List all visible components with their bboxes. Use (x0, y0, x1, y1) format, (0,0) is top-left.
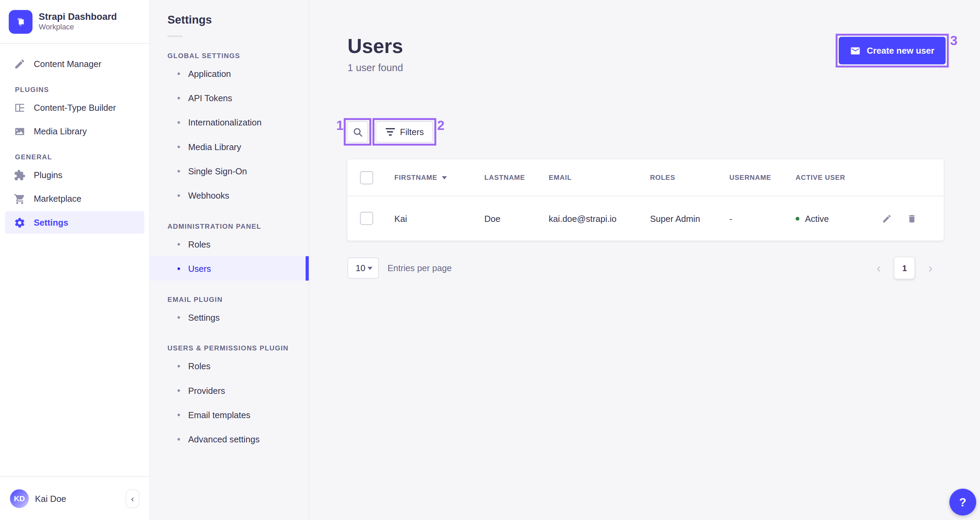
subnav-title: Settings (167, 14, 309, 27)
workspace-titles: Strapi Dashboard Workplace (39, 11, 117, 32)
subnav-item-media-library[interactable]: Media Library (150, 134, 309, 159)
bullet-icon (177, 72, 180, 75)
row-actions (877, 213, 931, 223)
chevron-left-icon: ‹ (131, 493, 134, 503)
sidebar-footer: KD Kai Doe ‹ (0, 476, 150, 520)
filter-icon (385, 127, 395, 137)
bullet-icon (177, 365, 180, 367)
column-header-active-user[interactable]: ACTIVE USER (796, 174, 877, 181)
subnav-item-api-tokens[interactable]: API Tokens (150, 86, 309, 110)
subnav-item-providers[interactable]: Providers (150, 378, 309, 402)
chevron-right-icon: › (928, 261, 932, 275)
create-new-user-label: Create new user (867, 46, 934, 56)
column-header-email[interactable]: EMAIL (549, 174, 650, 181)
column-header-lastname[interactable]: LASTNAME (485, 174, 549, 181)
nav-item-content-type-builder[interactable]: Content-Type Builder (5, 96, 145, 119)
subnav-item-webhooks[interactable]: Webhooks (150, 183, 309, 208)
strapi-dashboard: Strapi Dashboard Workplace Content Manag… (0, 0, 980, 520)
search-button[interactable] (347, 121, 368, 143)
subnav-item-email-settings[interactable]: Settings (150, 305, 309, 329)
filters-button[interactable]: Filters (376, 121, 433, 143)
subnav-item-label: API Tokens (188, 93, 232, 103)
bullet-icon (177, 194, 180, 197)
bullet-icon (177, 437, 180, 440)
nav-item-media-library[interactable]: Media Library (5, 120, 145, 143)
nav-item-label: Marketplace (34, 194, 81, 204)
bullet-icon (177, 121, 180, 123)
annotation-label-1: 1 (336, 119, 343, 132)
subnav-item-label: Roles (188, 361, 210, 371)
annotation-label-2: 2 (437, 119, 444, 132)
subnav-item-label: Advanced settings (188, 434, 259, 444)
cell-username: - (729, 213, 796, 223)
active-status-dot-icon (796, 216, 799, 220)
nav-item-label: Media Library (34, 126, 87, 136)
sort-desc-icon[interactable] (442, 176, 447, 179)
column-header-username[interactable]: USERNAME (729, 174, 796, 181)
create-new-user-button[interactable]: Create new user (839, 37, 946, 64)
pagination-bar: 10 Entries per page ‹ 1 › (347, 258, 944, 278)
subnav-item-up-roles[interactable]: Roles (150, 354, 309, 378)
user-avatar[interactable]: KD (10, 489, 29, 508)
cell-roles: Super Admin (650, 213, 729, 223)
nav-section-plugins: PLUGINS (15, 86, 150, 93)
strapi-logo-icon (9, 10, 32, 33)
puzzle-icon (14, 169, 25, 181)
workspace-header[interactable]: Strapi Dashboard Workplace (0, 0, 150, 44)
chevron-left-icon: ‹ (877, 261, 881, 275)
subnav-section-users-permissions-plugin: USERS & PERMISSIONS PLUGIN (167, 344, 291, 352)
annotation-label-3: 3 (950, 35, 958, 47)
subnav-item-roles[interactable]: Roles (150, 232, 309, 256)
gear-icon (14, 216, 25, 228)
next-page-button[interactable]: › (924, 261, 936, 275)
previous-page-button[interactable]: ‹ (873, 261, 885, 275)
filters-label: Filters (400, 127, 424, 137)
user-name: Kai Doe (35, 493, 66, 503)
select-all-checkbox[interactable] (360, 171, 373, 184)
help-button[interactable]: ? (949, 488, 976, 515)
subnav-item-label: Email templates (188, 410, 250, 420)
subnav-item-label: Application (188, 68, 231, 78)
page-1-button[interactable]: 1 (894, 258, 914, 278)
search-icon (352, 127, 363, 137)
table-row[interactable]: Kai Doe kai.doe@strapi.io Super Admin - … (347, 196, 944, 241)
settings-subnav: Settings GLOBAL SETTINGS Application API… (150, 0, 309, 520)
trash-icon (907, 213, 917, 223)
cell-active-user: Active (796, 213, 877, 223)
cell-firstname: Kai (394, 213, 484, 223)
subnav-item-advanced-settings[interactable]: Advanced settings (150, 427, 309, 451)
nav-item-label: Settings (34, 218, 68, 227)
subnav-item-application[interactable]: Application (150, 61, 309, 86)
column-label: LASTNAME (485, 174, 525, 181)
column-label: ACTIVE USER (796, 174, 845, 181)
cell-lastname: Doe (485, 213, 549, 223)
subnav-item-email-templates[interactable]: Email templates (150, 402, 309, 427)
nav-item-content-manager[interactable]: Content Manager (5, 52, 145, 75)
chevron-down-icon (368, 267, 373, 270)
main-sidebar: Strapi Dashboard Workplace Content Manag… (0, 0, 150, 520)
edit-user-button[interactable] (882, 213, 892, 223)
nav-item-plugins[interactable]: Plugins (5, 164, 145, 186)
nav-item-settings[interactable]: Settings (5, 211, 145, 234)
table-toolbar: 1 2 Filters (344, 118, 436, 145)
collapse-sidebar-button[interactable]: ‹ (126, 489, 139, 508)
nav-section-general: GENERAL (15, 153, 150, 161)
shopping-cart-icon (14, 193, 25, 205)
content-manager-icon (14, 58, 25, 70)
subnav-item-single-sign-on[interactable]: Single Sign-On (150, 159, 309, 183)
row-checkbox[interactable] (360, 212, 373, 225)
subnav-item-internationalization[interactable]: Internationalization (150, 110, 309, 134)
mail-icon (850, 46, 860, 56)
subnav-item-users[interactable]: Users (150, 256, 309, 280)
results-count: 1 user found (347, 62, 403, 74)
annotation-box-1: 1 (344, 118, 371, 145)
page-size-select[interactable]: 10 (347, 258, 379, 278)
column-label: FIRSTNAME (394, 174, 438, 181)
bullet-icon (177, 243, 180, 245)
nav-item-marketplace[interactable]: Marketplace (5, 188, 145, 210)
column-header-firstname[interactable]: FIRSTNAME (394, 174, 484, 181)
bullet-icon (177, 316, 180, 318)
column-header-roles[interactable]: ROLES (650, 174, 729, 181)
delete-user-button[interactable] (907, 213, 917, 223)
page-title: Users (347, 34, 403, 59)
